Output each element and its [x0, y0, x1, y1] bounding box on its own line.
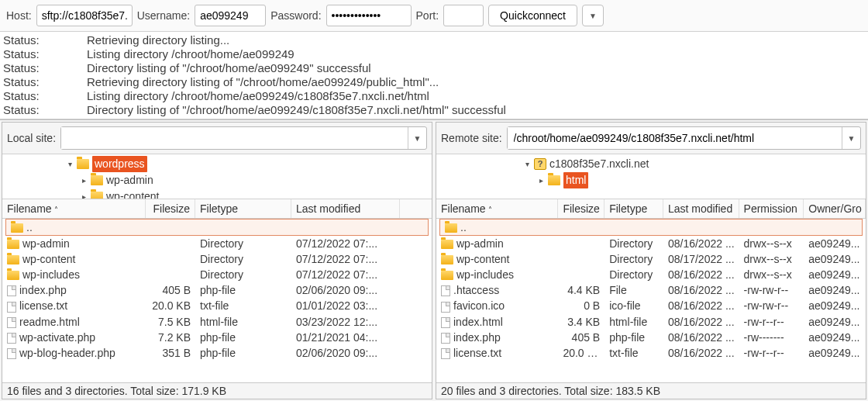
- folder-icon: [441, 255, 453, 264]
- local-tree[interactable]: ▾ wordpress ▸ wp-admin ▸ wp-content: [2, 154, 432, 199]
- tree-item-selected[interactable]: wordpress: [92, 156, 147, 172]
- local-path-dropdown[interactable]: ▼: [408, 127, 426, 149]
- file-icon: [7, 333, 16, 344]
- folder-icon: [77, 159, 89, 169]
- folder-icon: [91, 192, 103, 199]
- folder-icon: [441, 240, 453, 249]
- folder-icon: [548, 175, 560, 185]
- log-label: Status:: [3, 103, 87, 117]
- file-row[interactable]: license.txt20.0 KBtxt-file08/16/2022 ...…: [436, 345, 866, 361]
- remote-path-dropdown[interactable]: ▼: [842, 127, 860, 149]
- file-row[interactable]: license.txt20.0 KBtxt-file01/01/2022 03:…: [2, 298, 432, 313]
- tree-expander-icon[interactable]: ▸: [537, 175, 545, 186]
- file-row[interactable]: ..: [439, 219, 863, 236]
- chevron-down-icon: ▼: [589, 12, 597, 20]
- file-row[interactable]: wp-contentDirectory07/12/2022 07:...: [2, 251, 432, 267]
- file-row[interactable]: wp-activate.php7.2 KBphp-file01/21/2021 …: [2, 330, 432, 345]
- column-lastmodified[interactable]: Last modified: [663, 199, 739, 218]
- password-label: Password:: [270, 9, 321, 22]
- quickconnect-dropdown[interactable]: ▼: [582, 5, 604, 26]
- folder-icon: [91, 175, 103, 185]
- file-icon: [7, 317, 16, 328]
- remote-pane: Remote site: ▼ ▾ ? c1808f35e7.nxcli.net …: [436, 122, 866, 399]
- file-row[interactable]: index.html3.4 KBhtml-file08/16/2022 ...-…: [436, 314, 866, 330]
- folder-icon: [445, 223, 457, 233]
- tree-expander-icon[interactable]: ▾: [66, 158, 74, 170]
- tree-expander-icon[interactable]: ▾: [523, 158, 531, 170]
- file-icon: [7, 302, 16, 313]
- log-label: Status:: [3, 61, 87, 75]
- file-row[interactable]: wp-adminDirectory07/12/2022 07:...: [2, 236, 432, 251]
- file-row[interactable]: readme.html7.5 KBhtml-file03/23/2022 12:…: [2, 314, 432, 330]
- file-row[interactable]: index.php405 Bphp-file08/16/2022 ...-rw-…: [436, 330, 866, 345]
- log-line: Status:Listing directory /chroot/home/ae…: [3, 89, 865, 103]
- log-message: Retrieving directory listing of "/chroot…: [87, 75, 439, 89]
- file-row[interactable]: favicon.ico0 Bico-file08/16/2022 ...-rw-…: [436, 298, 866, 313]
- file-row[interactable]: wp-includesDirectory08/16/2022 ...drwx--…: [436, 267, 866, 282]
- file-row[interactable]: wp-contentDirectory08/17/2022 ...drwx--s…: [436, 251, 866, 267]
- file-icon: [7, 348, 16, 359]
- log-message: Listing directory /chroot/home/ae099249: [87, 47, 294, 61]
- file-row[interactable]: ..: [5, 219, 429, 236]
- folder-icon: [7, 255, 19, 264]
- local-columns-header: Filename˄ Filesize Filetype Last modifie…: [2, 199, 432, 219]
- tree-item-selected[interactable]: html: [563, 172, 588, 188]
- username-input[interactable]: [195, 5, 266, 26]
- file-icon: [441, 285, 450, 296]
- column-filetype[interactable]: Filetype: [604, 199, 663, 218]
- column-filetype[interactable]: Filetype: [195, 199, 291, 218]
- remote-tree[interactable]: ▾ ? c1808f35e7.nxcli.net ▸ html: [436, 154, 866, 199]
- quickconnect-button[interactable]: Quickconnect: [488, 5, 577, 26]
- folder-icon: [7, 271, 19, 280]
- file-row[interactable]: wp-blog-header.php351 Bphp-file02/06/202…: [2, 345, 432, 361]
- connection-toolbar: Host: Username: Password: Port: Quickcon…: [0, 0, 868, 32]
- tree-item[interactable]: c1808f35e7.nxcli.net: [549, 156, 649, 172]
- log-label: Status:: [3, 89, 87, 103]
- file-icon: [441, 348, 450, 359]
- column-lastmodified[interactable]: Last modified: [291, 199, 400, 218]
- log-label: Status:: [3, 47, 87, 61]
- column-filename[interactable]: Filename˄: [436, 199, 558, 218]
- tree-item[interactable]: wp-admin: [106, 172, 153, 188]
- remote-site-label: Remote site:: [441, 132, 502, 144]
- remote-file-list: Filename˄ Filesize Filetype Last modifie…: [436, 199, 866, 382]
- log-label: Status:: [3, 75, 87, 89]
- column-filesize[interactable]: Filesize: [558, 199, 604, 218]
- port-label: Port:: [416, 9, 439, 22]
- remote-path-input[interactable]: [508, 127, 842, 149]
- local-file-list: Filename˄ Filesize Filetype Last modifie…: [2, 199, 432, 382]
- tree-expander-icon[interactable]: ▸: [80, 191, 88, 199]
- column-filesize[interactable]: Filesize: [146, 199, 195, 218]
- password-input[interactable]: [326, 5, 412, 26]
- log-line: Status:Listing directory /chroot/home/ae…: [3, 47, 865, 61]
- file-icon: [441, 317, 450, 328]
- log-message: Directory listing of "/chroot/home/ae099…: [87, 61, 371, 75]
- host-input[interactable]: [36, 5, 133, 26]
- file-row[interactable]: .htaccess4.4 KBFile08/16/2022 ...-rw-rw-…: [436, 282, 866, 298]
- chevron-down-icon: ▼: [414, 134, 422, 143]
- local-path-input[interactable]: [61, 127, 408, 149]
- port-input[interactable]: [443, 5, 484, 26]
- sort-asc-icon: ˄: [54, 206, 58, 214]
- tree-expander-icon[interactable]: ▸: [80, 175, 88, 186]
- file-row[interactable]: wp-adminDirectory08/16/2022 ...drwx--s--…: [436, 236, 866, 251]
- local-path-combo: ▼: [60, 126, 427, 150]
- file-panes: Local site: ▼ ▾ wordpress ▸ wp-admin ▸ w…: [0, 119, 868, 401]
- column-filename[interactable]: Filename˄: [2, 199, 146, 218]
- file-row[interactable]: index.php405 Bphp-file02/06/2020 09:...: [2, 282, 432, 298]
- folder-icon: [11, 223, 23, 233]
- log-label: Status:: [3, 33, 87, 47]
- column-owner[interactable]: Owner/Gro: [804, 199, 866, 218]
- column-permission[interactable]: Permission: [739, 199, 804, 218]
- file-icon: [441, 302, 450, 313]
- file-icon: [441, 333, 450, 344]
- local-status-bar: 16 files and 3 directories. Total size: …: [2, 382, 432, 399]
- remote-columns-header: Filename˄ Filesize Filetype Last modifie…: [436, 199, 866, 219]
- sort-asc-icon: ˄: [488, 206, 492, 214]
- remote-status-bar: 20 files and 3 directories. Total size: …: [436, 382, 866, 399]
- tree-item[interactable]: wp-content: [106, 188, 159, 199]
- log-line: Status:Directory listing of "/chroot/hom…: [3, 103, 865, 117]
- folder-icon: [7, 240, 19, 249]
- file-row[interactable]: wp-includesDirectory07/12/2022 07:...: [2, 267, 432, 282]
- log-message: Listing directory /chroot/home/ae099249/…: [87, 89, 429, 103]
